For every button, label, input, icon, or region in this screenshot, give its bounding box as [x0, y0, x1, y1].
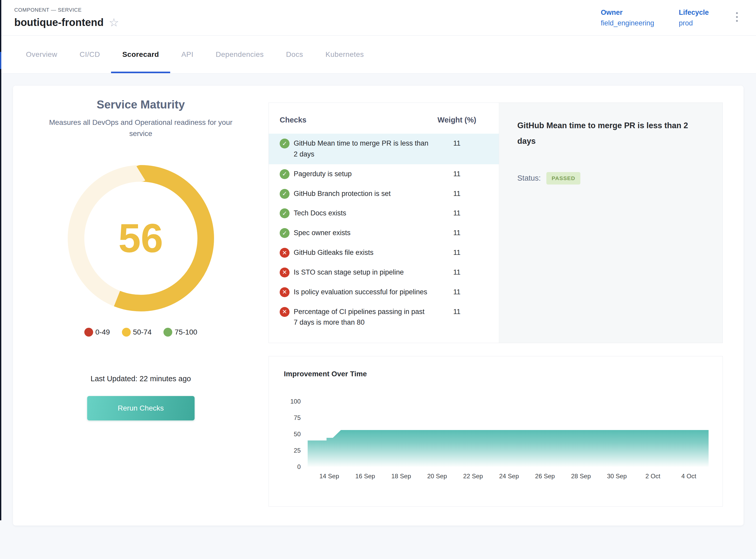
- y-tick-label: 0: [297, 463, 301, 470]
- nav-active-indicator: [0, 52, 1, 69]
- checks-panel: Checks Weight (%) ✓ GitHub Mean time to …: [269, 103, 723, 343]
- check-detail-title: GitHub Mean time to merge PR is less tha…: [517, 118, 699, 149]
- maturity-score-value: 56: [67, 164, 215, 312]
- check-label: GitHub Branch protection is set: [294, 188, 434, 199]
- legend-label: 75-100: [175, 328, 197, 336]
- page-title: boutique-frontend: [14, 17, 104, 28]
- x-tick-label: 2 Oct: [645, 473, 661, 479]
- checks-rows: ✓ GitHub Mean time to merge PR is less t…: [269, 134, 499, 332]
- check-weight: 11: [434, 247, 480, 258]
- rerun-checks-button[interactable]: Rerun Checks: [87, 396, 194, 420]
- page-header: COMPONENT — SERVICE boutique-frontend ☆ …: [1, 0, 756, 36]
- score-legend: 0-49 50-74 75-100: [13, 328, 269, 337]
- tab-kubernetes[interactable]: Kubernetes: [314, 36, 375, 73]
- check-passed-icon: ✓: [280, 169, 290, 179]
- check-weight: 11: [434, 287, 480, 298]
- tab-dependencies[interactable]: Dependencies: [205, 36, 275, 73]
- owner-value[interactable]: field_engineering: [601, 19, 654, 27]
- scorecard-card: Service Maturity Measures all DevOps and…: [13, 86, 743, 526]
- check-row[interactable]: ✓ GitHub Mean time to merge PR is less t…: [269, 134, 499, 164]
- maturity-panel: Service Maturity Measures all DevOps and…: [13, 86, 269, 526]
- maturity-score-donut: 56: [67, 164, 215, 312]
- status-label: Status:: [517, 174, 541, 182]
- check-row[interactable]: ✕ Is STO scan stage setup in pipeline 11: [269, 263, 499, 282]
- x-tick-label: 4 Oct: [681, 473, 696, 479]
- check-row[interactable]: ✕ GitHub Gitleaks file exists 11: [269, 243, 499, 263]
- check-label: Pagerduty is setup: [294, 169, 434, 180]
- check-row[interactable]: ✕ Is policy evaluation successful for pi…: [269, 282, 499, 302]
- last-updated-text: Last Updated: 22 minutes ago: [13, 375, 269, 383]
- check-label: GitHub Gitleaks file exists: [294, 247, 434, 258]
- check-failed-icon: ✕: [280, 248, 290, 258]
- weight-column-header: Weight (%): [434, 116, 480, 124]
- x-tick-label: 24 Sep: [499, 473, 519, 479]
- maturity-title: Service Maturity: [13, 98, 269, 111]
- y-tick-label: 50: [294, 430, 301, 438]
- lifecycle-label: Lifecycle: [679, 8, 709, 17]
- tab-ci-cd[interactable]: CI/CD: [68, 36, 111, 73]
- check-weight: 11: [434, 169, 480, 180]
- chart-area-series: [308, 430, 709, 467]
- check-passed-icon: ✓: [280, 139, 290, 149]
- y-tick-label: 100: [290, 398, 301, 405]
- checks-column: Checks Weight (%) ✓ GitHub Mean time to …: [269, 86, 743, 526]
- x-tick-label: 18 Sep: [391, 473, 411, 479]
- check-failed-icon: ✕: [280, 287, 290, 297]
- owner-label: Owner: [601, 8, 654, 17]
- tab-bar: OverviewCI/CDScorecardAPIDependenciesDoc…: [1, 36, 756, 73]
- improvement-chart-title: Improvement Over Time: [284, 370, 723, 378]
- lifecycle-group: Lifecycle prod: [679, 8, 709, 27]
- x-tick-label: 30 Sep: [607, 473, 627, 479]
- legend-item: 75-100: [163, 328, 197, 337]
- tab-scorecard[interactable]: Scorecard: [111, 36, 170, 73]
- check-row[interactable]: ✓ GitHub Branch protection is set 11: [269, 184, 499, 204]
- check-row[interactable]: ✓ Pagerduty is setup 11: [269, 164, 499, 184]
- improvement-chart-panel: Improvement Over Time 1007550250 14 Sep1…: [269, 356, 723, 507]
- more-options-button[interactable]: [733, 8, 740, 25]
- legend-item: 0-49: [84, 328, 110, 337]
- check-label: Spec owner exists: [294, 228, 434, 239]
- y-tick-label: 25: [294, 447, 301, 454]
- content-area: Service Maturity Measures all DevOps and…: [0, 73, 756, 526]
- check-failed-icon: ✕: [280, 268, 290, 277]
- check-passed-icon: ✓: [280, 208, 290, 218]
- favorite-star-icon[interactable]: ☆: [109, 17, 119, 28]
- check-failed-icon: ✕: [280, 307, 290, 317]
- check-passed-icon: ✓: [280, 228, 290, 238]
- tab-docs[interactable]: Docs: [275, 36, 315, 73]
- tab-overview[interactable]: Overview: [15, 36, 68, 73]
- check-label: Is STO scan stage setup in pipeline: [294, 267, 434, 278]
- y-tick-label: 75: [294, 414, 301, 421]
- owner-group: Owner field_engineering: [601, 8, 654, 27]
- lifecycle-value: prod: [679, 19, 709, 27]
- x-tick-label: 28 Sep: [571, 473, 591, 479]
- check-label: Is policy evaluation successful for pipe…: [294, 287, 434, 298]
- x-tick-label: 26 Sep: [535, 473, 555, 479]
- x-tick-label: 14 Sep: [319, 473, 339, 479]
- collapsed-nav-rail: [0, 0, 1, 520]
- legend-label: 0-49: [95, 328, 110, 336]
- check-weight: 11: [434, 307, 480, 317]
- tab-api[interactable]: API: [170, 36, 205, 73]
- check-label: Tech Docs exists: [294, 208, 434, 219]
- check-row[interactable]: ✓ Spec owner exists 11: [269, 223, 499, 243]
- checks-list: Checks Weight (%) ✓ GitHub Mean time to …: [269, 103, 499, 343]
- checks-column-header: Checks: [280, 116, 434, 124]
- x-tick-label: 22 Sep: [463, 473, 483, 479]
- legend-dot-icon: [122, 328, 131, 337]
- breadcrumb: COMPONENT — SERVICE: [14, 7, 119, 13]
- check-weight: 11: [434, 228, 480, 239]
- check-weight: 11: [434, 138, 480, 149]
- check-label: GitHub Mean time to merge PR is less tha…: [294, 138, 434, 160]
- check-passed-icon: ✓: [280, 189, 290, 199]
- x-tick-label: 20 Sep: [427, 473, 447, 479]
- improvement-over-time-chart: 1007550250 14 Sep16 Sep18 Sep20 Sep22 Se…: [284, 387, 711, 486]
- legend-dot-icon: [84, 328, 93, 337]
- legend-item: 50-74: [122, 328, 152, 337]
- check-row[interactable]: ✓ Tech Docs exists 11: [269, 203, 499, 223]
- check-row[interactable]: ✕ Percentage of CI pipelines passing in …: [269, 302, 499, 333]
- check-status-row: Status: PASSED: [517, 172, 704, 184]
- status-badge: PASSED: [546, 172, 580, 184]
- checks-list-header: Checks Weight (%): [269, 116, 499, 124]
- check-weight: 11: [434, 188, 480, 199]
